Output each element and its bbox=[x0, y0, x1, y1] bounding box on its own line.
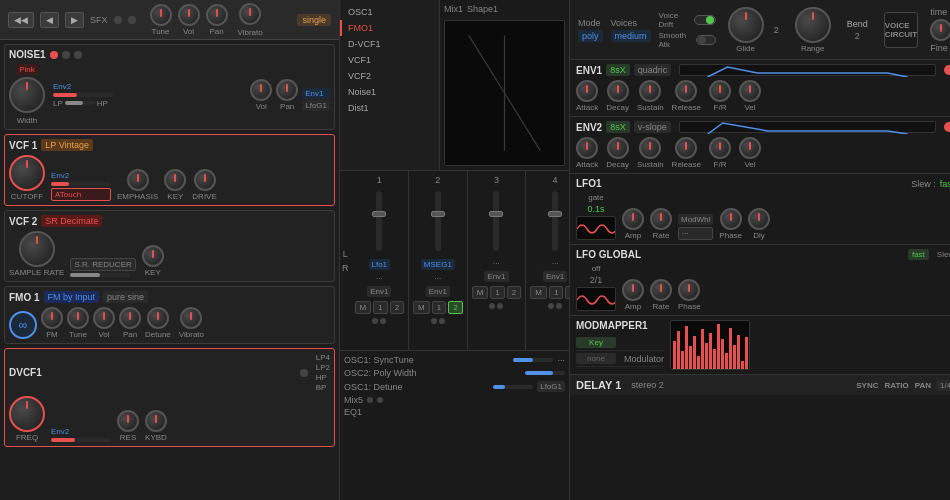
env2-sustain-knob[interactable] bbox=[639, 137, 661, 159]
pan-knob[interactable] bbox=[206, 4, 228, 26]
osc-item-dvcf1[interactable]: D-VCF1 bbox=[340, 36, 439, 52]
ch4-m-btn[interactable]: M bbox=[530, 286, 547, 299]
voices-value[interactable]: medium bbox=[611, 30, 651, 42]
vibrato-knob[interactable] bbox=[239, 3, 261, 25]
lfo-global-rate-knob[interactable] bbox=[650, 279, 672, 301]
lfo-global-off-label: off bbox=[592, 264, 601, 273]
lfo1-phase-knob[interactable] bbox=[720, 208, 742, 230]
vcf1-key-knob[interactable] bbox=[164, 169, 186, 191]
ch1-1-btn[interactable]: 1 bbox=[373, 301, 387, 314]
fmo1-vibrato-knob[interactable] bbox=[180, 307, 202, 329]
ch3-2-btn[interactable]: 2 bbox=[507, 286, 521, 299]
time-knob[interactable] bbox=[930, 19, 950, 41]
env1-curve[interactable]: quadric bbox=[634, 64, 672, 76]
fmo1-pan-knob[interactable] bbox=[119, 307, 141, 329]
prev-button[interactable]: ◀ bbox=[40, 12, 59, 28]
ch2-m-btn[interactable]: M bbox=[413, 301, 430, 314]
vcf2-key-knob[interactable] bbox=[142, 245, 164, 267]
ch1-fader[interactable] bbox=[376, 191, 382, 251]
vcf2-srrducer-btn[interactable]: S.R. REDUCER bbox=[70, 258, 135, 271]
lfo1-slew-value[interactable]: fast bbox=[940, 179, 950, 189]
range-knob[interactable] bbox=[795, 7, 831, 43]
dvcf1-res-knob[interactable] bbox=[117, 410, 139, 432]
lfo1-dly-knob[interactable] bbox=[748, 208, 770, 230]
lfo1-modwhl[interactable]: ModWhl bbox=[678, 214, 713, 225]
fmo1-fm-knob[interactable] bbox=[41, 307, 63, 329]
dvcf1-kybd-knob[interactable] bbox=[145, 410, 167, 432]
ch3-m-btn[interactable]: M bbox=[472, 286, 489, 299]
vcf2-sr-knob[interactable] bbox=[19, 231, 55, 267]
noise1-pan-knob[interactable] bbox=[276, 79, 298, 101]
env1-attack-knob[interactable] bbox=[576, 80, 598, 102]
vcf1-atouch-btn[interactable]: ATouch bbox=[51, 188, 111, 201]
lfo1-mini-btn[interactable]: ··· bbox=[678, 227, 713, 240]
glide-knob[interactable] bbox=[728, 7, 764, 43]
env2-release-knob[interactable] bbox=[675, 137, 697, 159]
lfo1-amp-knob[interactable] bbox=[622, 208, 644, 230]
fmo1-fm-label: FM bbox=[46, 330, 58, 339]
env2-title: ENV2 bbox=[576, 122, 602, 133]
lfo-global-wave[interactable] bbox=[576, 287, 616, 311]
prev-prev-button[interactable]: ◀◀ bbox=[8, 12, 34, 28]
ch3-1-btn[interactable]: 1 bbox=[490, 286, 504, 299]
tune-knob[interactable] bbox=[150, 4, 172, 26]
lfo-global-phase-knob[interactable] bbox=[678, 279, 700, 301]
mode-value[interactable]: poly bbox=[578, 30, 603, 42]
fmo1-vibrato-label: Vibrato bbox=[179, 330, 204, 339]
env2-vel-knob[interactable] bbox=[739, 137, 761, 159]
fmo1-tune-knob[interactable] bbox=[67, 307, 89, 329]
voice-drift-toggle[interactable] bbox=[694, 15, 715, 25]
env1-sustain-knob[interactable] bbox=[639, 80, 661, 102]
voices-section: Voices medium bbox=[611, 18, 651, 42]
ch3-fader[interactable] bbox=[493, 191, 499, 251]
ch2-2-btn-active[interactable]: 2 bbox=[448, 301, 462, 314]
vcf1-drive-knob[interactable] bbox=[194, 169, 216, 191]
env2-fr-knob[interactable] bbox=[709, 137, 731, 159]
osc-item-vcf1[interactable]: VCF1 bbox=[340, 52, 439, 68]
next-button[interactable]: ▶ bbox=[65, 12, 84, 28]
noise1-vol-knob[interactable] bbox=[250, 79, 272, 101]
osc-item-vcf2[interactable]: VCF2 bbox=[340, 68, 439, 84]
ch1-2-btn[interactable]: 2 bbox=[390, 301, 404, 314]
osc-item-osc1[interactable]: OSC1 bbox=[340, 4, 439, 20]
env1-fr-knob[interactable] bbox=[709, 80, 731, 102]
ch4-1-btn[interactable]: 1 bbox=[549, 286, 563, 299]
lfo-global-amp-knob[interactable] bbox=[622, 279, 644, 301]
r-label: R bbox=[342, 263, 349, 273]
fmo1-detune-knob[interactable] bbox=[147, 307, 169, 329]
noise1-hp: HP bbox=[97, 99, 108, 108]
fmo1-vol-knob[interactable] bbox=[93, 307, 115, 329]
env2-attack-knob[interactable] bbox=[576, 137, 598, 159]
vcf1-emphasis-knob[interactable] bbox=[127, 169, 149, 191]
osc-item-noise1[interactable]: Noise1 bbox=[340, 84, 439, 100]
env2-decay-knob[interactable] bbox=[607, 137, 629, 159]
smooth-atk-toggle[interactable] bbox=[696, 35, 716, 45]
noise1-main-knob[interactable] bbox=[9, 77, 45, 113]
lfo1-wave[interactable] bbox=[576, 216, 616, 240]
ch4-fader[interactable] bbox=[552, 191, 558, 251]
env2-curve[interactable]: v-slope bbox=[634, 121, 671, 133]
delay1-title: DELAY 1 bbox=[576, 379, 621, 391]
fmo1-pan-label: Pan bbox=[123, 330, 137, 339]
env1-release-knob[interactable] bbox=[675, 80, 697, 102]
ch2-fader[interactable] bbox=[435, 191, 441, 251]
osc-item-dist1[interactable]: Dist1 bbox=[340, 100, 439, 116]
ch1-m-btn[interactable]: M bbox=[355, 301, 372, 314]
vcf1-cutoff-knob[interactable] bbox=[9, 155, 45, 191]
ch2-1-btn[interactable]: 1 bbox=[432, 301, 446, 314]
lfo1-rate-knob[interactable] bbox=[650, 208, 672, 230]
env1-display bbox=[679, 64, 936, 76]
delay1-block: DELAY 1 stereo 2 SYNC RATIO PAN 1/4 bbox=[570, 375, 950, 395]
dvcf1-freq-knob[interactable] bbox=[9, 396, 45, 432]
vol-knob[interactable] bbox=[178, 4, 200, 26]
middle-panel: OSC1 FMO1 D-VCF1 VCF1 VCF2 Noise1 Dist1 … bbox=[340, 0, 570, 500]
bend-value: 2 bbox=[855, 31, 860, 41]
env1-mode[interactable]: 8sX bbox=[606, 64, 630, 76]
env1-decay-knob[interactable] bbox=[607, 80, 629, 102]
env1-vel-knob[interactable] bbox=[739, 80, 761, 102]
lfo1-amp-label: Amp bbox=[625, 231, 641, 240]
env1-sustain-label: Sustain bbox=[637, 103, 664, 112]
env2-mode[interactable]: 8sX bbox=[606, 121, 630, 133]
osc-item-fmo1[interactable]: FMO1 bbox=[340, 20, 439, 36]
route-display bbox=[444, 20, 565, 166]
